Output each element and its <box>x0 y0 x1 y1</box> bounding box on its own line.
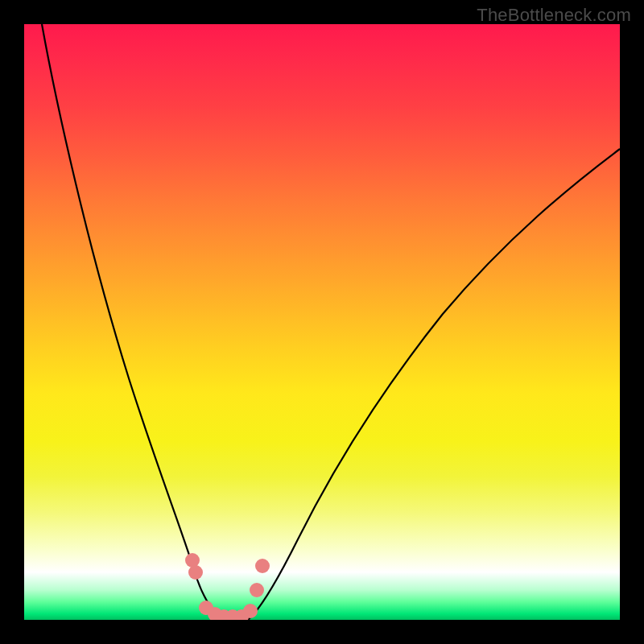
svg-point-1 <box>188 565 203 580</box>
svg-point-9 <box>255 559 270 573</box>
svg-point-8 <box>250 583 264 597</box>
chart-area <box>24 24 620 620</box>
svg-point-7 <box>243 604 258 618</box>
curve-svg <box>24 24 620 620</box>
watermark-text: TheBottleneck.com <box>477 5 631 26</box>
right-branch-curve <box>248 149 620 620</box>
bottom-dots-group <box>185 553 270 620</box>
left-branch-curve <box>42 24 224 620</box>
